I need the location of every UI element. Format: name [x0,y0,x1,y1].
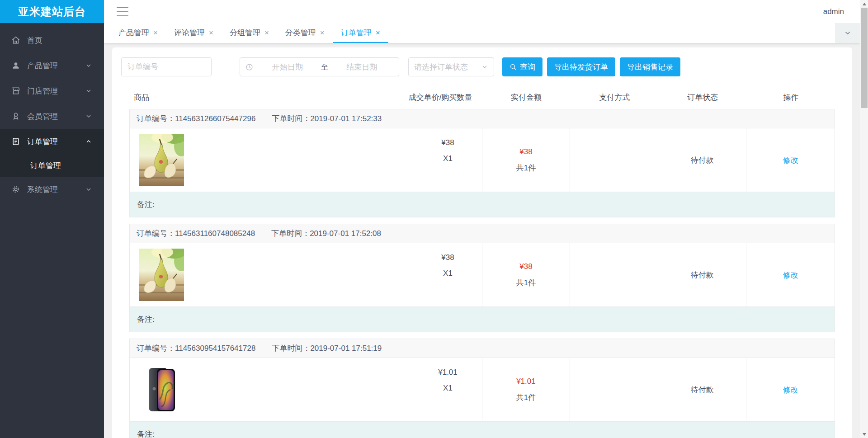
order-no-label: 订单编号： [137,113,175,124]
page-scrollbar[interactable] [860,0,868,438]
scrollbar-up-icon[interactable] [860,0,868,8]
export-sales-records-button[interactable]: 导出销售记录 [620,57,680,76]
order-status-cell: 待付款 [658,243,746,306]
order-time-value: 2019-07-01 17:52:08 [310,229,381,238]
current-user[interactable]: admin [823,7,844,16]
tab-orders[interactable]: 订单管理 × [333,23,388,43]
table-header-row: 商品 成交单价/购买数量 实付金额 支付方式 订单状态 操作 [129,89,835,105]
action-cell: 修改 [746,243,835,306]
sidebar-item-label: 订单管理 [27,137,85,147]
gear-icon [11,184,21,194]
tabs-overflow-button[interactable] [835,23,860,43]
order-group-header: 订单编号：1145631160748085248 下单时间：2019-07-01… [130,224,835,243]
col-header-paid: 实付金额 [482,92,571,103]
item-count: 共1件 [516,392,536,403]
order-group: 订单编号：1145630954157641728 下单时间：2019-07-01… [129,339,835,438]
pay-method-cell [570,358,658,421]
item-count: 共1件 [516,163,536,173]
remark-row: 备注: [130,306,835,332]
order-group-header: 订单编号：1145630954157641728 下单时间：2019-07-01… [130,339,835,358]
quantity: X1 [414,269,482,278]
sidebar-item-products[interactable]: 产品管理 [0,53,104,78]
top-header: admin [104,0,860,23]
remark-row: 备注: [130,192,835,217]
paid-amount-cell: ¥38 共1件 [482,128,571,192]
close-icon[interactable]: × [264,29,269,37]
product-image-pear [139,249,184,301]
sidebar-item-stores[interactable]: 门店管理 [0,78,104,104]
pay-method-cell [570,128,658,192]
tab-comments[interactable]: 评论管理 × [166,23,222,43]
search-button[interactable]: 查询 [502,57,542,76]
unit-price-block: ¥1.01 X1 [414,358,482,421]
order-group: 订单编号：1145631160748085248 下单时间：2019-07-01… [129,224,835,332]
export-pending-orders-button[interactable]: 导出待发货订单 [547,57,615,76]
order-status-cell: 待付款 [658,128,746,192]
chevron-down-icon [85,186,92,193]
tab-bar: 产品管理 × 评论管理 × 分组管理 × 分类管理 × 订单管理 × [104,23,860,43]
col-header-status: 订单状态 [659,92,747,103]
chevron-down-icon [481,63,488,71]
hamburger-icon[interactable] [117,7,128,16]
paid-amount: ¥38 [519,262,532,271]
pay-method-cell [570,243,658,306]
chevron-down-icon [85,62,92,69]
sidebar-subitem-order-management[interactable]: 订单管理 [0,154,104,177]
sidebar-item-orders[interactable]: 订单管理 [0,129,104,154]
tab-products[interactable]: 产品管理 × [110,23,166,43]
modify-link[interactable]: 修改 [783,270,798,280]
order-no-value: 1145631266075447296 [175,114,255,123]
close-icon[interactable]: × [209,29,213,37]
tab-groups[interactable]: 分组管理 × [222,23,277,43]
sidebar-item-label: 首页 [27,35,92,46]
date-separator: 至 [319,62,330,72]
content-card: 开始日期 至 结束日期 请选择订单状态 查询 导出待 [112,47,852,438]
status-badge: 待付款 [691,385,714,395]
sidebar-item-system[interactable]: 系统管理 [0,177,104,202]
order-no-label: 订单编号： [137,343,175,353]
main-content: 开始日期 至 结束日期 请选择订单状态 查询 导出待 [104,43,860,438]
select-placeholder: 请选择订单状态 [414,62,468,72]
order-time-value: 2019-07-01 17:51:19 [310,344,382,353]
date-range-input[interactable]: 开始日期 至 结束日期 [240,57,399,76]
action-cell: 修改 [746,358,835,421]
sidebar-item-label: 产品管理 [27,61,85,71]
close-icon[interactable]: × [376,29,380,37]
status-badge: 待付款 [691,155,714,165]
order-status-select[interactable]: 请选择订单状态 [408,57,494,76]
unit-price-block: ¥38 X1 [414,243,482,306]
item-count: 共1件 [516,278,536,288]
scrollbar-thumb[interactable] [861,8,868,108]
paid-amount-cell: ¥38 共1件 [482,243,571,306]
paid-amount-cell: ¥1.01 共1件 [482,358,571,421]
scrollbar-down-icon[interactable] [860,430,868,438]
modify-link[interactable]: 修改 [783,155,798,165]
tab-categories[interactable]: 分类管理 × [277,23,333,43]
quantity: X1 [414,154,482,163]
date-end-placeholder: 结束日期 [330,62,394,72]
product-image-pear [139,134,184,186]
sidebar-item-label: 会员管理 [27,111,85,122]
tab-label: 评论管理 [174,28,205,38]
modify-link[interactable]: 修改 [783,385,798,395]
sidebar-item-members[interactable]: 会员管理 [0,104,104,129]
remark-label: 备注: [137,199,155,210]
order-no-value: 1145631160748085248 [175,229,255,238]
sidebar-menu: 首页 产品管理 门店管理 [0,23,104,202]
unit-price: ¥38 [414,253,482,262]
order-group-header: 订单编号：1145631266075447296 下单时间：2019-07-01… [130,109,835,128]
orders-table: 商品 成交单价/购买数量 实付金额 支付方式 订单状态 操作 订单编号：1145… [129,89,835,438]
search-button-label: 查询 [520,62,535,72]
sidebar-item-home[interactable]: 首页 [0,28,104,53]
order-row: ¥1.01 X1 ¥1.01 共1件 待付款 [130,358,835,421]
order-no-input[interactable] [121,57,212,76]
filter-bar: 开始日期 至 结束日期 请选择订单状态 查询 导出待 [121,57,843,76]
unit-price-block: ¥38 X1 [414,128,482,192]
close-icon[interactable]: × [153,29,158,37]
order-status-cell: 待付款 [658,358,746,421]
close-icon[interactable]: × [320,29,325,37]
paid-amount: ¥1.01 [516,377,536,386]
status-badge: 待付款 [691,270,714,280]
order-time-label: 下单时间： [272,113,310,124]
sidebar-subitem-label: 订单管理 [30,160,61,171]
